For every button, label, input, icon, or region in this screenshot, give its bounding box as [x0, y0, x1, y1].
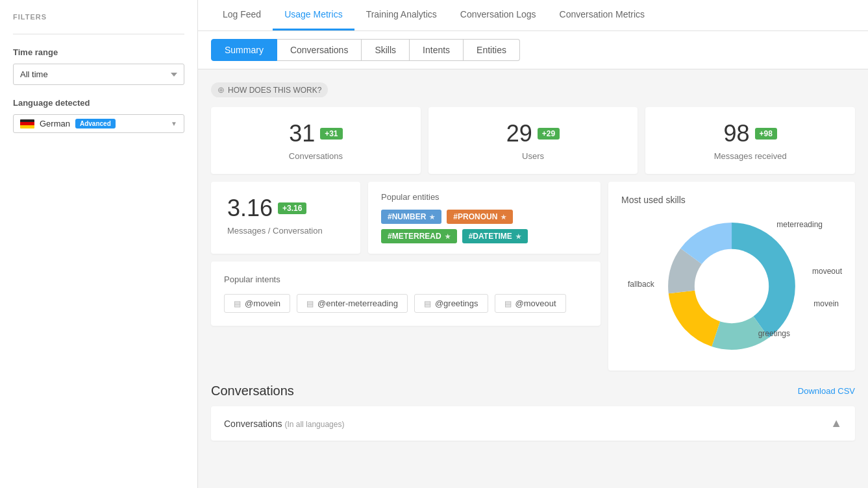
expand-arrow-icon[interactable]: ▲ — [830, 417, 842, 430]
download-csv-link[interactable]: Download CSV — [798, 386, 855, 396]
tab-conversations[interactable]: Conversations — [277, 39, 362, 61]
messages-label: Messages received — [662, 151, 839, 161]
stat-messages: 98 +98 Messages received — [645, 107, 855, 174]
intent-movein-label: @movein — [245, 299, 280, 308]
folder-icon-3: ▤ — [424, 299, 431, 308]
conversations-header: Conversations Download CSV — [211, 384, 855, 398]
tab-skills[interactable]: Skills — [362, 39, 410, 61]
left-col: 3.16 +3.16 Messages / Conversation Popul… — [211, 182, 601, 371]
conversations-label: Conversations — [227, 151, 404, 161]
donut-title: Most used skills — [621, 195, 842, 205]
content-area: ⊕ HOW DOES THIS WORK? 31 +31 Conversatio… — [198, 69, 868, 488]
svg-point-5 — [695, 249, 769, 323]
messages-value: 98 — [723, 120, 749, 147]
nav-conversation-metrics[interactable]: Conversation Metrics — [548, 0, 657, 30]
entity-pronoun-label: #PRONOUN — [453, 212, 497, 221]
conversations-badge: +31 — [320, 128, 342, 140]
main-content: Log Feed Usage Metrics Training Analytic… — [198, 0, 868, 488]
star-icon: ★ — [429, 214, 435, 221]
main-row: 3.16 +3.16 Messages / Conversation Popul… — [211, 182, 855, 371]
entity-datetime: #DATETIME ★ — [462, 229, 528, 243]
intent-moveout[interactable]: ▤ @moveout — [495, 294, 566, 313]
intent-movein[interactable]: ▤ @movein — [224, 294, 290, 313]
users-badge: +29 — [538, 128, 560, 140]
messages-badge: +98 — [755, 128, 777, 140]
entity-datetime-label: #DATETIME — [469, 232, 512, 241]
label-fallback: fallback — [628, 280, 654, 289]
entity-number-label: #NUMBER — [388, 212, 426, 221]
folder-icon-4: ▤ — [504, 299, 512, 308]
sidebar: FILTERS Time range All time Last 7 days … — [0, 0, 198, 488]
intent-enter-meterreading-label: @enter-meterreading — [317, 299, 398, 308]
conv-sub-info: Conversations (In all languages) — [224, 419, 344, 429]
msg-conv-number: 3.16 +3.16 — [227, 195, 344, 222]
tab-summary[interactable]: Summary — [211, 39, 277, 61]
star-icon-4: ★ — [515, 233, 521, 240]
conversations-value: 31 — [289, 120, 315, 147]
conversations-section: Conversations Download CSV Conversations… — [211, 384, 855, 441]
msg-conv-card: 3.16 +3.16 Messages / Conversation — [211, 182, 360, 254]
time-range-select[interactable]: All time Last 7 days Last 30 days Last 9… — [13, 64, 184, 85]
how-link-label: HOW DOES THIS WORK? — [228, 86, 321, 95]
stat-conversations: 31 +31 Conversations — [211, 107, 421, 174]
conversations-number: 31 +31 — [227, 120, 404, 147]
users-value: 29 — [506, 120, 532, 147]
top-nav: Log Feed Usage Metrics Training Analytic… — [198, 0, 868, 31]
intent-enter-meterreading[interactable]: ▤ @enter-meterreading — [297, 294, 408, 313]
messages-number: 98 +98 — [662, 120, 839, 147]
nav-conversation-logs[interactable]: Conversation Logs — [449, 0, 548, 30]
tab-entities[interactable]: Entities — [464, 39, 520, 61]
stat-users: 29 +29 Users — [428, 107, 638, 174]
intent-tags: ▤ @movein ▤ @enter-meterreading ▤ @greet… — [224, 294, 588, 313]
donut-card: Most used skills — [608, 182, 855, 371]
popular-entities-title: Popular entities — [381, 192, 588, 202]
entity-number: #NUMBER ★ — [381, 210, 441, 224]
star-icon-2: ★ — [501, 214, 506, 221]
language-label: Language detected — [13, 98, 184, 108]
intent-moveout-label: @moveout — [515, 299, 556, 308]
nav-log-feed[interactable]: Log Feed — [211, 0, 273, 30]
users-number: 29 +29 — [445, 120, 622, 147]
popular-entities-card: Popular entities #NUMBER ★ #PRONOUN ★ — [368, 182, 601, 254]
advanced-badge: Advanced — [75, 119, 116, 128]
users-label: Users — [445, 151, 622, 161]
sub-tabs: Summary Conversations Skills Intents Ent… — [198, 31, 868, 69]
folder-icon-1: ▤ — [234, 299, 241, 308]
msg-conv-value: 3.16 — [227, 195, 273, 222]
nav-training-analytics[interactable]: Training Analytics — [354, 0, 449, 30]
intent-greetings-label: @greetings — [435, 299, 478, 308]
popular-intents-card: Popular intents ▤ @movein ▤ @enter-meter… — [211, 262, 601, 326]
conv-sub-subtitle: (In all languages) — [284, 420, 344, 429]
time-range-label: Time range — [13, 47, 184, 57]
donut-wrapper: meterreading moveout movein greetings fa… — [621, 215, 842, 358]
nav-usage-metrics[interactable]: Usage Metrics — [273, 0, 354, 30]
filters-title: FILTERS — [13, 13, 184, 21]
donut-chart — [660, 215, 803, 358]
label-moveout: moveout — [812, 267, 842, 276]
msg-conv-badge: +3.16 — [278, 202, 306, 214]
label-movein: movein — [813, 299, 839, 308]
entity-pronoun: #PRONOUN ★ — [447, 210, 513, 224]
info-icon: ⊕ — [217, 85, 225, 95]
msg-conv-label: Messages / Conversation — [227, 226, 344, 236]
folder-icon-2: ▤ — [306, 299, 314, 308]
entity-meterread-label: #METERREAD — [388, 232, 441, 241]
language-name: German — [40, 119, 70, 128]
sidebar-divider — [13, 34, 184, 34]
entity-meterread: #METERREAD ★ — [381, 229, 457, 243]
conversations-sub-card: Conversations (In all languages) ▲ — [211, 406, 855, 441]
language-select[interactable]: German Advanced ▼ — [13, 114, 184, 133]
conv-sub-title: Conversations — [224, 419, 282, 429]
how-does-this-work-link[interactable]: ⊕ HOW DOES THIS WORK? — [211, 82, 328, 97]
stats-row: 31 +31 Conversations 29 +29 Users 98 +98 — [211, 107, 855, 174]
chevron-down-icon: ▼ — [171, 120, 177, 127]
popular-intents-title: Popular intents — [224, 274, 588, 284]
german-flag — [20, 119, 34, 128]
intent-greetings[interactable]: ▤ @greetings — [414, 294, 488, 313]
conversations-title: Conversations — [211, 384, 294, 398]
star-icon-3: ★ — [445, 233, 451, 240]
entity-tags: #NUMBER ★ #PRONOUN ★ #METERREAD ★ — [381, 210, 588, 243]
mid-row: 3.16 +3.16 Messages / Conversation Popul… — [211, 182, 601, 254]
tab-intents[interactable]: Intents — [410, 39, 464, 61]
